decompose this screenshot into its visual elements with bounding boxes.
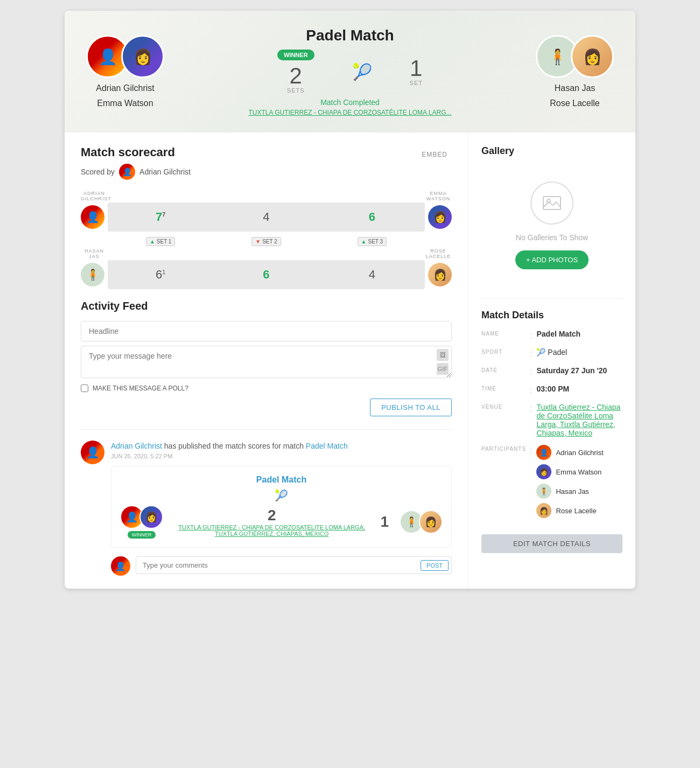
detail-row-name: NAME : Padel Match: [481, 330, 622, 340]
set-label-2: ▼ SET 2: [213, 236, 319, 246]
detail-row-participants: PARTICIPANTS : 👤 Adrian Gilchrist 👩 Emma…: [481, 445, 622, 518]
row2-cell2: 6: [213, 260, 319, 289]
image-icon[interactable]: 🖼: [437, 349, 449, 361]
participant-2-name: Emma Watson: [556, 468, 601, 476]
post-button[interactable]: POST: [421, 560, 449, 571]
row1-right-avatar: 👩: [428, 205, 452, 229]
participant-3-avatar: 🧍: [536, 484, 551, 499]
publish-button[interactable]: PUBLISH TO ALL: [370, 399, 452, 416]
message-icons: 🖼 GIF: [437, 349, 449, 375]
activity-actor-avatar: 👤: [81, 441, 104, 464]
row1-cell2: 4: [213, 203, 319, 232]
score-row-2: 🧍 61 6 4 👩: [81, 260, 452, 289]
row2-cell1: 61: [108, 260, 213, 289]
comment-input[interactable]: [136, 556, 452, 574]
card-p4-avatar: 👩: [419, 510, 443, 534]
card-body: 👤 👩 WINNER 2 TUXTLA GUTIERREZ - CHIAPA D…: [120, 505, 443, 539]
participant-4-avatar: 👩: [536, 503, 551, 518]
venue-value[interactable]: Tuxtla Gutierrez - Chiapa de CorzoSatéli…: [536, 403, 622, 437]
detail-row-date: DATE : Saturday 27 Jun '20: [481, 366, 622, 377]
activity-title: Activity Feed: [81, 300, 452, 312]
participant-3-name: Hasan Jas: [556, 487, 589, 495]
participant-3: 🧍 Hasan Jas: [536, 484, 603, 499]
message-textarea[interactable]: [81, 346, 452, 378]
name-label: NAME: [481, 330, 530, 337]
gallery-section: Gallery No Galleries To Show + ADD PHOTO…: [481, 145, 622, 285]
activity-item: 👤 Adrian Gilchrist has published the mat…: [81, 429, 452, 576]
date-value: Saturday 27 Jun '20: [536, 366, 622, 375]
gallery-title: Gallery: [481, 145, 622, 157]
edit-match-button[interactable]: EDIT MATCH DETAILS: [481, 534, 622, 553]
right-score: 1: [410, 57, 423, 80]
match-title: Padel Match: [164, 27, 536, 44]
detail-row-time: TIME : 03:00 PM: [481, 385, 622, 395]
card-right-score: 1: [380, 513, 389, 530]
name-value: Padel Match: [536, 330, 622, 338]
player1-name: Adrian Gilchrist: [96, 83, 154, 93]
svg-rect-0: [543, 197, 561, 210]
embed-button[interactable]: EMBED: [417, 149, 452, 160]
match-status: Match Completed: [164, 98, 536, 107]
right-score-block: 1 SET: [410, 57, 423, 86]
row1-scores: 77 4 6: [108, 203, 425, 232]
poll-checkbox-row: MAKE THIS MESSAGE A POLL?: [81, 385, 452, 392]
match-venue[interactable]: TUXTLA GUTIERREZ - CHIAPA DE CORZOSATÉLI…: [164, 109, 536, 116]
right-panel: Gallery No Galleries To Show + ADD PHOTO…: [468, 132, 635, 589]
left-score-label: SETS: [277, 87, 314, 94]
participant-1-avatar: 👤: [536, 445, 551, 460]
activity-body: Adrian Gilchrist has published the match…: [111, 441, 452, 576]
team3-label: HASAN JAS: [81, 248, 108, 259]
activity-section: Activity Feed 🖼 GIF MAKE THIS MESSAGE A …: [81, 300, 452, 576]
venue-label: VENUE: [481, 403, 530, 410]
scored-by: Scored by 👤 Adrian Gilchrist: [81, 164, 452, 180]
detail-row-venue: VENUE : Tuxtla Gutierrez - Chiapa de Cor…: [481, 403, 622, 437]
set-label-3: ▲ SET 3: [319, 236, 425, 246]
sport-label: SPORT: [481, 348, 530, 355]
headline-input[interactable]: [81, 321, 452, 341]
add-photos-button[interactable]: + ADD PHOTOS: [515, 250, 589, 269]
participant-4: 👩 Rose Lacelle: [536, 503, 603, 518]
participant-4-name: Rose Lacelle: [556, 507, 596, 515]
player4-avatar: 👩: [571, 35, 614, 78]
right-score-label: SET: [410, 80, 423, 86]
card-venue[interactable]: TUXTLA GUTIERREZ - CHIAPA DE CORZOSATÉLI…: [174, 524, 369, 537]
team2-label: EMMA WATSON: [425, 191, 452, 201]
scorecard-section: Match scorecard EMBED Scored by 👤 Adrian…: [81, 145, 452, 289]
match-link[interactable]: Padel Match: [306, 442, 348, 450]
activity-timestamp: JUN 26, 2020, 5:22 PM: [111, 453, 452, 459]
row1-cell1: 77: [108, 203, 213, 232]
comment-box: 👤 POST: [111, 556, 452, 576]
poll-label: MAKE THIS MESSAGE A POLL?: [93, 385, 188, 392]
card-scores: 2 TUXTLA GUTIERREZ - CHIAPA DE CORZOSATÉ…: [174, 507, 369, 537]
card-sport-icon: 🎾: [120, 489, 443, 502]
team4-label: ROSE LACELLE: [425, 248, 452, 259]
row2-cell3: 4: [319, 260, 425, 289]
player2-avatar: 👩: [121, 35, 164, 78]
row2-left-avatar: 🧍: [81, 263, 104, 287]
left-score-block: WINNER 2 SETS: [277, 50, 314, 94]
player2-name: Emma Watson: [97, 99, 153, 108]
row2-scores: 61 6 4: [108, 260, 425, 289]
participant-2: 👩 Emma Watson: [536, 464, 603, 479]
participant-1: 👤 Adrian Gilchrist: [536, 445, 603, 460]
actor-name[interactable]: Adrian Gilchrist: [111, 442, 162, 450]
scorer-name: Adrian Gilchrist: [139, 167, 191, 176]
main-content: Match scorecard EMBED Scored by 👤 Adrian…: [65, 132, 635, 589]
card-team-right: 🧍 👩: [400, 510, 443, 534]
row1-cell3: 6: [319, 203, 425, 232]
scored-by-label: Scored by: [81, 167, 115, 176]
card-title[interactable]: Padel Match: [120, 475, 443, 485]
poll-checkbox[interactable]: [81, 385, 88, 392]
gallery-placeholder-icon: [530, 181, 573, 225]
set-label-1: ▲ SET 1: [108, 236, 213, 246]
team-right: 🧍 👩 Hasan Jas Rose Lacelle: [536, 35, 614, 108]
comment-avatar: 👤: [111, 556, 130, 576]
winner-badge: WINNER: [277, 50, 314, 60]
match-details-title: Match Details: [481, 310, 622, 321]
gif-icon[interactable]: GIF: [437, 363, 449, 375]
time-value: 03:00 PM: [536, 385, 622, 393]
team-left: 👤 👩 Adrian Gilchrist Emma Watson: [86, 35, 164, 108]
sport-icon: 🎾: [352, 62, 372, 81]
activity-text: Adrian Gilchrist has published the match…: [111, 441, 452, 452]
card-winner-badge: WINNER: [128, 531, 156, 539]
